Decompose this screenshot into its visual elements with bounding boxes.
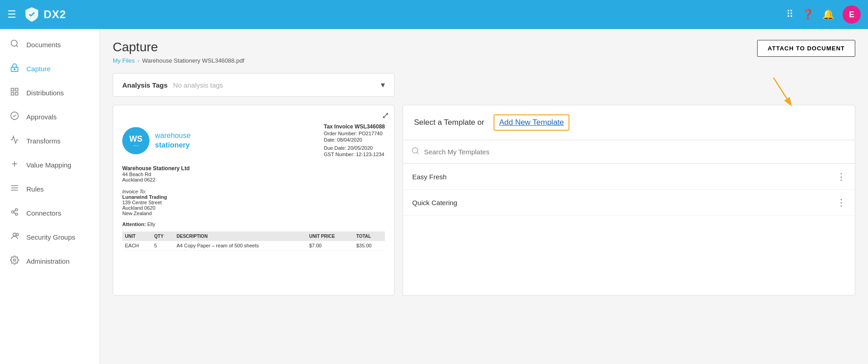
- invoice-gst-number: GST Number: 12-123-1234: [324, 152, 385, 157]
- dx2-shield-icon: [24, 6, 40, 23]
- help-icon[interactable]: ❓: [802, 9, 814, 20]
- invoice-table-header-row: UNIT QTY DESCRIPTION UNIT PRICE TOTAL: [122, 231, 385, 241]
- sidebar-item-approvals[interactable]: Approvals: [0, 105, 100, 129]
- content-row: ⤢ WS • • • warehouse stationery Tax I: [113, 105, 855, 295]
- analysis-tags-chevron-icon[interactable]: ▾: [381, 80, 385, 90]
- invoice-table-body: EACH5A4 Copy Paper – ream of 500 sheets$…: [122, 241, 385, 251]
- analysis-tags-value: No analysis tags: [173, 81, 375, 89]
- svg-point-0: [11, 40, 17, 46]
- sidebar-item-documents[interactable]: Documents: [0, 33, 100, 57]
- sidebar-item-connectors[interactable]: Connectors: [0, 201, 100, 225]
- sidebar-item-distributions[interactable]: Distributions: [0, 81, 100, 105]
- invoice-header: WS • • • warehouse stationery Tax Invoic…: [122, 123, 385, 158]
- analysis-tags-label: Analysis Tags: [122, 81, 168, 89]
- template-item[interactable]: Quick Catering ⋮: [403, 190, 855, 216]
- supplier-addr1: 44 Beach Rd: [122, 172, 151, 177]
- svg-rect-5: [15, 89, 18, 91]
- breadcrumb-filename: Warehouse Stationery WSL346088.pdf: [142, 57, 244, 64]
- sidebar-item-administration[interactable]: Administration: [0, 249, 100, 273]
- company-logo-dots: • • •: [133, 144, 138, 147]
- hamburger-menu-icon[interactable]: ☰: [7, 9, 16, 20]
- supplier-name: Warehouse Stationery Ltd: [122, 165, 190, 172]
- company-logo-initials: WS: [130, 134, 143, 144]
- sidebar-label-value-mapping: Value Mapping: [26, 161, 71, 169]
- col-description: DESCRIPTION: [174, 231, 307, 241]
- attention-name: Elly: [147, 221, 155, 227]
- administration-icon: [9, 256, 20, 267]
- analysis-tags-bar[interactable]: Analysis Tags No analysis tags ▾: [113, 73, 394, 97]
- grid-icon[interactable]: ⠿: [786, 9, 793, 20]
- attention-label: Attention: Elly: [122, 221, 155, 227]
- col-unit-price: UNIT PRICE: [306, 231, 354, 241]
- invoice-to-addr2: Auckland 0620: [122, 205, 155, 211]
- supplier-address: Warehouse Stationery Ltd 44 Beach Rd Auc…: [122, 165, 385, 182]
- add-new-template-link[interactable]: Add New Template: [494, 114, 569, 131]
- svg-line-24: [417, 152, 418, 153]
- svg-line-1: [16, 45, 18, 47]
- right-panel: Select a Template or Add New Template Ea…: [403, 105, 855, 295]
- supplier-addr2: Auckland 0622: [122, 177, 155, 182]
- template-item-name: Easy Fresh: [412, 173, 447, 181]
- connectors-icon: [9, 207, 20, 219]
- company-name-text: warehouse stationery: [155, 131, 190, 150]
- svg-point-15: [15, 213, 18, 216]
- sidebar-item-capture[interactable]: Capture: [0, 57, 100, 81]
- template-item-options-icon[interactable]: ⋮: [837, 171, 846, 182]
- capture-icon: [9, 63, 20, 74]
- sidebar-label-documents: Documents: [26, 41, 61, 49]
- security-groups-icon: [9, 231, 20, 243]
- template-item-options-icon[interactable]: ⋮: [837, 197, 846, 208]
- sidebar-label-administration: Administration: [26, 257, 70, 265]
- template-item-name: Quick Catering: [412, 199, 457, 207]
- sidebar-item-rules[interactable]: Rules: [0, 177, 100, 201]
- expand-icon[interactable]: ⤢: [382, 110, 389, 121]
- invoice-to-name: Lunarwind Trading: [122, 194, 167, 200]
- invoice-to-label: Invoice To:: [122, 189, 146, 194]
- table-row: EACH5A4 Copy Paper – ream of 500 sheets$…: [122, 241, 385, 251]
- user-avatar[interactable]: E: [843, 5, 861, 24]
- svg-line-22: [773, 78, 789, 103]
- transforms-icon: [9, 135, 20, 147]
- invoice-details: Tax Invoice WSL346088 Order Number: PO21…: [324, 123, 385, 158]
- select-template-text: Select a Template or: [414, 118, 484, 127]
- orange-arrow-annotation: [764, 73, 801, 109]
- table-cell: EACH: [122, 241, 151, 251]
- svg-line-17: [14, 212, 15, 214]
- sidebar-label-connectors: Connectors: [26, 209, 61, 217]
- logo: DX2: [24, 6, 66, 23]
- sidebar-label-transforms: Transforms: [26, 137, 60, 145]
- template-item[interactable]: Easy Fresh ⋮: [403, 164, 855, 190]
- col-qty: QTY: [151, 231, 174, 241]
- company-name-line2: stationery: [155, 141, 190, 149]
- notifications-icon[interactable]: 🔔: [822, 9, 834, 20]
- svg-point-19: [16, 233, 18, 236]
- svg-point-18: [13, 233, 16, 236]
- table-cell: 5: [151, 241, 174, 251]
- document-preview: ⤢ WS • • • warehouse stationery Tax I: [113, 105, 394, 295]
- invoice-to-country: New Zealand: [122, 211, 152, 216]
- svg-point-23: [412, 148, 418, 153]
- sidebar-item-value-mapping[interactable]: Value Mapping: [0, 153, 100, 177]
- attach-to-document-button[interactable]: ATTACH TO DOCUMENT: [757, 40, 855, 57]
- table-cell: $7.00: [306, 241, 354, 251]
- sidebar-label-approvals: Approvals: [26, 113, 57, 121]
- company-name-block: WS • • • warehouse stationery: [122, 123, 190, 158]
- sidebar-item-transforms[interactable]: Transforms: [0, 129, 100, 153]
- breadcrumb-separator: ›: [137, 57, 139, 64]
- template-list: Easy Fresh ⋮Quick Catering ⋮: [403, 164, 855, 295]
- svg-point-13: [11, 211, 14, 213]
- breadcrumb-my-files-link[interactable]: My Files: [113, 57, 135, 64]
- company-name-line1: warehouse: [155, 132, 190, 139]
- brand-name: DX2: [44, 8, 66, 21]
- sidebar-label-capture: Capture: [26, 65, 50, 73]
- invoice-to-addr1: 139 Centre Street: [122, 200, 162, 205]
- search-templates-input[interactable]: [424, 148, 847, 156]
- invoice-title: Tax Invoice WSL346088: [324, 123, 385, 130]
- sidebar-label-distributions: Distributions: [26, 89, 64, 97]
- company-logo: WS • • •: [122, 127, 150, 154]
- svg-rect-6: [11, 93, 14, 95]
- sidebar-label-rules: Rules: [26, 185, 44, 193]
- invoice-table: UNIT QTY DESCRIPTION UNIT PRICE TOTAL EA…: [122, 231, 385, 251]
- app-layout: Documents Capture Distributions Approval…: [0, 29, 868, 364]
- sidebar-item-security-groups[interactable]: Security Groups: [0, 225, 100, 249]
